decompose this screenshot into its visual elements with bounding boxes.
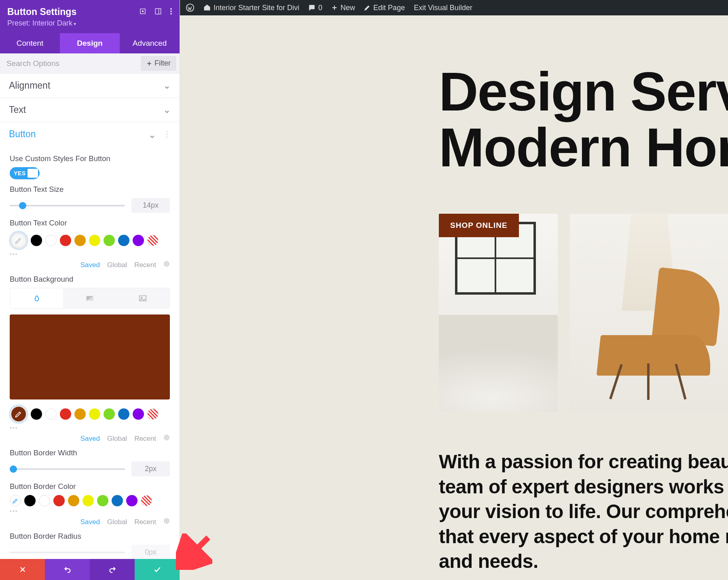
search-input[interactable] bbox=[0, 54, 141, 73]
color-picker-icon[interactable] bbox=[10, 232, 28, 249]
bg-tab-gradient[interactable] bbox=[63, 288, 116, 308]
redo-button[interactable] bbox=[90, 559, 135, 580]
chevron-down-icon: ⌄ bbox=[163, 80, 171, 91]
svg-point-18 bbox=[186, 4, 194, 11]
more-swatches-icon[interactable]: ••• bbox=[10, 425, 170, 431]
accordion-button[interactable]: Button ⌃ ⋮ bbox=[0, 122, 180, 146]
wp-site-link[interactable]: Interior Starter Site for Divi bbox=[203, 4, 299, 12]
accordion-label: Text bbox=[9, 104, 26, 115]
swatch-blue[interactable] bbox=[118, 235, 129, 246]
swatch-black[interactable] bbox=[24, 495, 36, 506]
chevron-up-icon: ⌃ bbox=[148, 129, 156, 140]
toggle-yes-text: YES bbox=[11, 170, 26, 176]
swatch-black[interactable] bbox=[31, 235, 42, 246]
swatch-red[interactable] bbox=[60, 408, 71, 420]
swatch-blue[interactable] bbox=[118, 408, 129, 420]
swatch-black[interactable] bbox=[31, 408, 42, 420]
palette-recent-link[interactable]: Recent bbox=[134, 261, 156, 269]
tab-advanced[interactable]: Advanced bbox=[120, 33, 180, 53]
undo-button[interactable] bbox=[45, 559, 90, 580]
search-row: Filter bbox=[0, 53, 180, 74]
body-line: With a passion for creating beautiful, f… bbox=[439, 449, 728, 474]
border-width-label: Button Border Width bbox=[10, 448, 170, 457]
shop-online-button[interactable]: SHOP ONLINE bbox=[439, 214, 519, 237]
palette-global-link[interactable]: Global bbox=[107, 261, 127, 269]
background-type-tabs bbox=[10, 288, 170, 309]
use-custom-styles-toggle[interactable]: YES bbox=[10, 167, 40, 179]
swatch-purple[interactable] bbox=[126, 495, 138, 506]
background-color-preview[interactable] bbox=[10, 314, 170, 399]
swatch-yellow[interactable] bbox=[89, 235, 100, 246]
swatch-white[interactable] bbox=[45, 408, 57, 420]
border-color-swatches bbox=[10, 495, 170, 506]
filter-button[interactable]: Filter bbox=[141, 56, 176, 71]
body-line: that every aspect of your home reflects … bbox=[439, 524, 728, 549]
gear-icon[interactable] bbox=[163, 434, 170, 443]
swatch-clear[interactable] bbox=[147, 235, 159, 246]
wp-edit-page[interactable]: Edit Page bbox=[364, 4, 405, 12]
swatch-green[interactable] bbox=[104, 235, 115, 246]
dock-icon[interactable] bbox=[154, 8, 162, 17]
swatch-orange[interactable] bbox=[68, 495, 79, 506]
swatch-red[interactable] bbox=[60, 235, 71, 246]
body-line: your vision to life. Our comprehensive a… bbox=[439, 499, 728, 524]
swatch-red[interactable] bbox=[53, 495, 65, 506]
text-size-value[interactable]: 14px bbox=[131, 198, 170, 213]
wp-comments-count: 0 bbox=[318, 4, 322, 12]
panel-body[interactable]: Alignment ⌄ Text ⌄ Button ⌃ ⋮ Use Custom… bbox=[0, 74, 180, 580]
swatch-blue[interactable] bbox=[112, 495, 123, 506]
swatch-yellow[interactable] bbox=[83, 495, 94, 506]
more-swatches-icon[interactable]: ••• bbox=[10, 508, 170, 514]
swatch-white[interactable] bbox=[45, 235, 57, 246]
wp-admin-bar: Interior Starter Site for Divi 0 New Edi… bbox=[180, 0, 728, 15]
accordion-text[interactable]: Text ⌄ bbox=[0, 98, 180, 122]
save-button[interactable] bbox=[135, 559, 180, 580]
swatch-purple[interactable] bbox=[133, 408, 144, 420]
tab-design[interactable]: Design bbox=[60, 33, 120, 53]
svg-point-13 bbox=[166, 437, 167, 438]
swatch-clear[interactable] bbox=[141, 495, 152, 506]
section-more-icon[interactable]: ⋮ bbox=[163, 130, 171, 139]
border-radius-slider[interactable] bbox=[10, 552, 125, 553]
palette-global-link[interactable]: Global bbox=[107, 435, 127, 443]
preset-selector[interactable]: Preset: Interior Dark bbox=[0, 19, 180, 33]
border-width-slider[interactable] bbox=[10, 468, 125, 470]
color-picker-icon[interactable] bbox=[10, 405, 28, 423]
swatch-green[interactable] bbox=[104, 408, 115, 420]
more-swatches-icon[interactable]: ••• bbox=[10, 251, 170, 257]
swatch-green[interactable] bbox=[97, 495, 108, 506]
swatch-orange[interactable] bbox=[74, 408, 86, 420]
palette-saved-link[interactable]: Saved bbox=[80, 435, 100, 443]
border-width-value[interactable]: 2px bbox=[131, 461, 170, 476]
color-picker-icon[interactable] bbox=[10, 495, 21, 506]
swatch-white[interactable] bbox=[39, 495, 50, 506]
border-radius-value[interactable]: 0px bbox=[131, 545, 170, 560]
text-size-slider[interactable] bbox=[10, 205, 125, 206]
accordion-alignment[interactable]: Alignment ⌄ bbox=[0, 74, 180, 98]
swatch-purple[interactable] bbox=[133, 235, 144, 246]
expand-icon[interactable] bbox=[139, 8, 146, 17]
chevron-down-icon: ⌄ bbox=[163, 104, 171, 115]
swatch-orange[interactable] bbox=[74, 235, 86, 246]
cancel-button[interactable] bbox=[0, 559, 45, 580]
palette-saved-link[interactable]: Saved bbox=[80, 261, 100, 269]
page-preview: Interior Starter Site for Divi 0 New Edi… bbox=[180, 0, 728, 580]
bg-tab-image[interactable] bbox=[116, 288, 169, 308]
gear-icon[interactable] bbox=[163, 261, 170, 269]
palette-recent-link[interactable]: Recent bbox=[134, 435, 156, 443]
palette-global-link[interactable]: Global bbox=[107, 518, 127, 526]
wp-logo-icon[interactable] bbox=[186, 3, 195, 12]
svg-point-1 bbox=[142, 11, 144, 12]
border-radius-label: Button Border Radius bbox=[10, 532, 170, 541]
more-icon[interactable] bbox=[170, 8, 172, 17]
wp-comments[interactable]: 0 bbox=[308, 4, 322, 12]
wp-exit-builder[interactable]: Exit Visual Builder bbox=[414, 4, 472, 12]
palette-recent-link[interactable]: Recent bbox=[134, 518, 156, 526]
palette-saved-link[interactable]: Saved bbox=[80, 518, 100, 526]
gear-icon[interactable] bbox=[163, 518, 170, 526]
bg-tab-color[interactable] bbox=[10, 288, 63, 308]
swatch-clear[interactable] bbox=[147, 408, 159, 420]
tab-content[interactable]: Content bbox=[0, 33, 60, 53]
wp-new[interactable]: New bbox=[331, 4, 355, 12]
swatch-yellow[interactable] bbox=[89, 408, 100, 420]
